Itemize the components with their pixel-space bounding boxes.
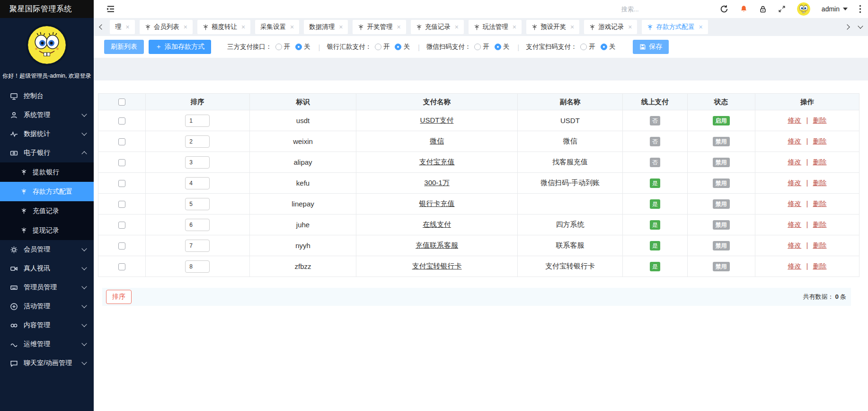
lock-icon[interactable] — [759, 5, 767, 13]
edit-link[interactable]: 修改 — [788, 262, 801, 270]
delete-link[interactable]: 删除 — [813, 221, 826, 228]
sort-input[interactable] — [185, 177, 210, 189]
sidebar-item[interactable]: 运维管理 — [0, 335, 94, 354]
sidebar-subitem[interactable]: 充值记录 — [0, 201, 94, 221]
payment-name-link[interactable]: 在线支付 — [423, 220, 451, 228]
radio-option[interactable]: 开 — [275, 43, 291, 51]
tab[interactable]: 数据清理 × — [304, 20, 348, 34]
close-icon[interactable]: × — [628, 23, 632, 31]
sort-input[interactable] — [185, 115, 210, 127]
refresh-list-button[interactable]: 刷新列表 — [104, 40, 144, 54]
close-icon[interactable]: × — [290, 23, 294, 31]
close-icon[interactable]: × — [513, 23, 516, 31]
sort-input[interactable] — [185, 240, 210, 252]
row-checkbox[interactable] — [118, 263, 125, 270]
radio-option[interactable]: 开 — [375, 43, 390, 51]
edit-link[interactable]: 修改 — [788, 179, 801, 187]
tab[interactable]: 玩法管理 × — [469, 20, 522, 34]
tab[interactable]: 存款方式配置 × — [642, 20, 708, 34]
row-checkbox[interactable] — [118, 117, 125, 125]
delete-link[interactable]: 删除 — [813, 137, 826, 145]
notifications-bell-icon[interactable] — [740, 5, 748, 13]
row-checkbox[interactable] — [118, 138, 125, 145]
edit-link[interactable]: 修改 — [788, 116, 801, 124]
close-icon[interactable]: × — [184, 23, 187, 31]
payment-name-link[interactable]: 支付宝转银行卡 — [412, 262, 462, 270]
close-icon[interactable]: × — [241, 23, 245, 31]
kebab-menu-icon[interactable] — [859, 5, 861, 13]
sidebar-item[interactable]: 数据统计 — [0, 125, 94, 143]
close-icon[interactable]: × — [570, 23, 574, 31]
sidebar-item[interactable]: 会员管理 — [0, 240, 94, 259]
edit-link[interactable]: 修改 — [788, 221, 801, 228]
sidebar-item[interactable]: 系统管理 — [0, 106, 94, 125]
delete-link[interactable]: 删除 — [813, 241, 826, 249]
payment-name-link[interactable]: 银行卡充值 — [419, 199, 455, 207]
row-checkbox[interactable] — [118, 222, 125, 229]
collapse-sidebar-icon[interactable] — [106, 5, 115, 13]
tabs-dropdown-icon[interactable] — [857, 23, 864, 31]
payment-name-link[interactable]: 支付宝充值 — [419, 158, 455, 166]
sort-input[interactable] — [185, 135, 210, 148]
tab[interactable]: 会员列表 × — [140, 20, 193, 34]
sidebar-item[interactable]: 聊天室/动画管理 — [0, 354, 94, 373]
tab[interactable]: 理 × — [110, 20, 135, 34]
edit-link[interactable]: 修改 — [788, 158, 801, 166]
close-icon[interactable]: × — [126, 23, 130, 31]
sort-input[interactable] — [185, 219, 210, 231]
sidebar-item[interactable]: 内容管理 — [0, 316, 94, 335]
fullscreen-icon[interactable] — [778, 5, 786, 13]
delete-link[interactable]: 删除 — [813, 179, 826, 187]
close-icon[interactable]: × — [339, 23, 343, 31]
radio-option[interactable]: 关 — [495, 43, 510, 51]
payment-name-link[interactable]: USDT支付 — [420, 116, 454, 124]
radio-option[interactable]: 关 — [395, 43, 410, 51]
select-all-checkbox[interactable] — [118, 98, 125, 106]
sidebar-item[interactable]: 管理员管理 — [0, 278, 94, 297]
radio-option[interactable]: 关 — [295, 43, 310, 51]
user-menu[interactable]: admin — [822, 5, 848, 13]
edit-link[interactable]: 修改 — [788, 241, 801, 249]
tab[interactable]: 预设开奖 × — [526, 20, 579, 34]
sort-input[interactable] — [185, 198, 210, 210]
sidebar-subitem[interactable]: 提款银行 — [0, 162, 94, 182]
sidebar-subitem[interactable]: 存款方式配置 — [0, 182, 94, 201]
tab[interactable]: 额度转让 × — [197, 20, 250, 34]
sidebar-item[interactable]: 控制台 — [0, 87, 94, 106]
radio-option[interactable]: 开 — [580, 43, 595, 51]
sidebar-item[interactable]: 真人视讯 — [0, 259, 94, 278]
radio-option[interactable]: 开 — [474, 43, 489, 51]
delete-link[interactable]: 删除 — [813, 200, 826, 207]
sort-button[interactable]: 排序 — [106, 290, 132, 304]
sidebar-subitem[interactable]: 提现记录 — [0, 221, 94, 240]
sidebar-item[interactable]: 活动管理 — [0, 297, 94, 316]
sort-input[interactable] — [185, 156, 210, 169]
close-icon[interactable]: × — [455, 23, 459, 31]
tab[interactable]: 游戏记录 × — [584, 20, 637, 34]
save-button[interactable]: 保存 — [633, 40, 669, 54]
close-icon[interactable]: × — [397, 23, 400, 31]
delete-link[interactable]: 删除 — [813, 262, 826, 270]
sort-input[interactable] — [185, 260, 210, 273]
avatar[interactable] — [797, 2, 810, 16]
payment-name-link[interactable]: 300-1万 — [424, 179, 449, 187]
row-checkbox[interactable] — [118, 201, 125, 208]
tab[interactable]: 充值记录 × — [411, 20, 464, 34]
row-checkbox[interactable] — [118, 242, 125, 250]
edit-link[interactable]: 修改 — [788, 137, 801, 145]
tab[interactable]: 开奖管理 × — [353, 20, 406, 34]
tabs-scroll-right-icon[interactable] — [844, 23, 852, 31]
payment-name-link[interactable]: 充值联系客服 — [416, 241, 458, 249]
sidebar-item[interactable]: 电子银行 — [0, 143, 94, 162]
tabs-scroll-left-icon[interactable] — [97, 23, 105, 31]
refresh-icon[interactable] — [720, 5, 728, 13]
close-icon[interactable]: × — [699, 23, 702, 31]
row-checkbox[interactable] — [118, 180, 125, 187]
delete-link[interactable]: 删除 — [813, 116, 826, 124]
search-input[interactable] — [620, 5, 701, 13]
delete-link[interactable]: 删除 — [813, 158, 826, 166]
row-checkbox[interactable] — [118, 159, 125, 166]
user-avatar[interactable] — [26, 24, 68, 66]
tab[interactable]: 采集设置 × — [255, 20, 299, 34]
edit-link[interactable]: 修改 — [788, 200, 801, 207]
